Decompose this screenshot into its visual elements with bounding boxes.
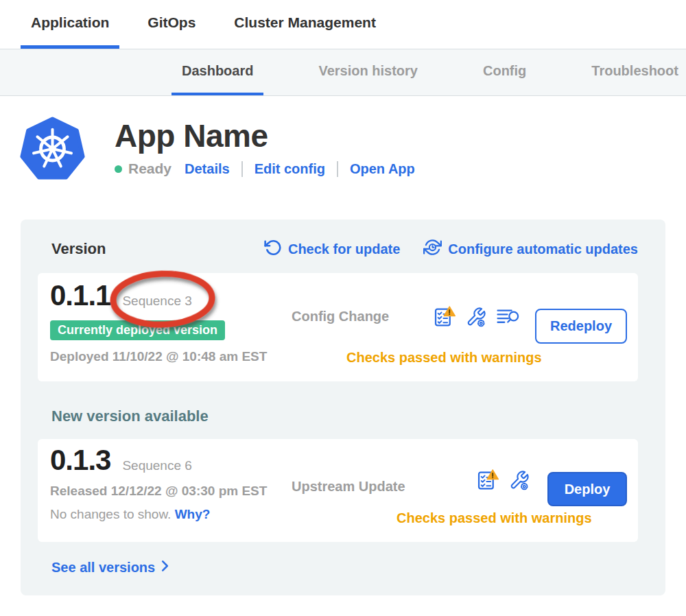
available-version-number: 0.1.3 (50, 446, 110, 475)
current-sequence-label: Sequence 3 (122, 294, 191, 309)
tab-cluster-management[interactable]: Cluster Management (224, 0, 386, 49)
edit-config-link[interactable]: Edit config (255, 161, 325, 177)
new-version-heading: New version available (51, 407, 638, 425)
ready-status-dot (115, 165, 122, 173)
checks-warning-label: Checks passed with warnings (346, 350, 542, 366)
page-title: App Name (115, 119, 415, 152)
why-link[interactable]: Why? (175, 507, 211, 521)
divider (337, 161, 338, 177)
current-version-card: 0.1.1 Sequence 3 Currently deployed vers… (38, 273, 638, 381)
view-files-search-icon[interactable] (497, 307, 519, 326)
open-app-link[interactable]: Open App (350, 161, 415, 177)
divider (241, 161, 243, 177)
available-sequence-label: Sequence 6 (122, 458, 191, 473)
status-badge: Ready (128, 161, 172, 177)
see-all-versions-label: See all versions (51, 560, 155, 576)
deploy-button[interactable]: Deploy (547, 472, 627, 506)
details-link[interactable]: Details (185, 161, 230, 177)
version-panel: Version Check for update (21, 220, 665, 595)
no-changes-label: No changes to show. (50, 507, 171, 521)
version-panel-title: Version (51, 240, 106, 258)
version-source-label: Config Change (292, 309, 389, 324)
tab-version-history[interactable]: Version history (308, 49, 428, 95)
released-timestamp: Released 12/12/22 @ 03:30 pm EST (50, 484, 267, 499)
tab-gitops[interactable]: GitOps (137, 0, 206, 49)
config-wrench-icon[interactable] (509, 470, 530, 490)
app-header: App Name Ready Details Edit config Open … (19, 117, 686, 184)
currently-deployed-badge: Currently deployed version (50, 320, 225, 340)
chevron-right-icon (161, 560, 169, 576)
preflight-checks-warning-icon[interactable] (477, 469, 499, 490)
tab-troubleshoot[interactable]: Troubleshoot (581, 49, 686, 95)
version-source-label: Upstream Update (292, 479, 405, 495)
current-version-number: 0.1.1 (50, 281, 110, 310)
auto-update-icon (423, 238, 442, 260)
check-for-update-label: Check for update (288, 241, 400, 257)
preflight-checks-warning-icon[interactable] (434, 306, 456, 327)
tab-config[interactable]: Config (473, 49, 536, 95)
check-for-update-link[interactable]: Check for update (264, 239, 400, 260)
configure-automatic-updates-link[interactable]: Configure automatic updates (423, 238, 638, 260)
checks-warning-label: Checks passed with warnings (397, 510, 592, 526)
primary-nav: Application GitOps Cluster Management (0, 0, 686, 49)
tab-dashboard[interactable]: Dashboard (172, 49, 263, 95)
redeploy-button[interactable]: Redeploy (535, 309, 627, 344)
kubernetes-logo-icon (19, 117, 86, 184)
refresh-icon (264, 239, 282, 260)
tab-application[interactable]: Application (21, 0, 119, 49)
configure-automatic-updates-label: Configure automatic updates (448, 241, 638, 257)
secondary-nav: Dashboard Version history Config Trouble… (0, 49, 686, 96)
deployed-timestamp: Deployed 11/10/22 @ 10:48 am EST (50, 349, 267, 364)
see-all-versions-link[interactable]: See all versions (51, 560, 169, 576)
config-wrench-icon[interactable] (466, 307, 486, 327)
available-version-card: 0.1.3 Sequence 6 Released 12/12/22 @ 03:… (38, 439, 638, 542)
